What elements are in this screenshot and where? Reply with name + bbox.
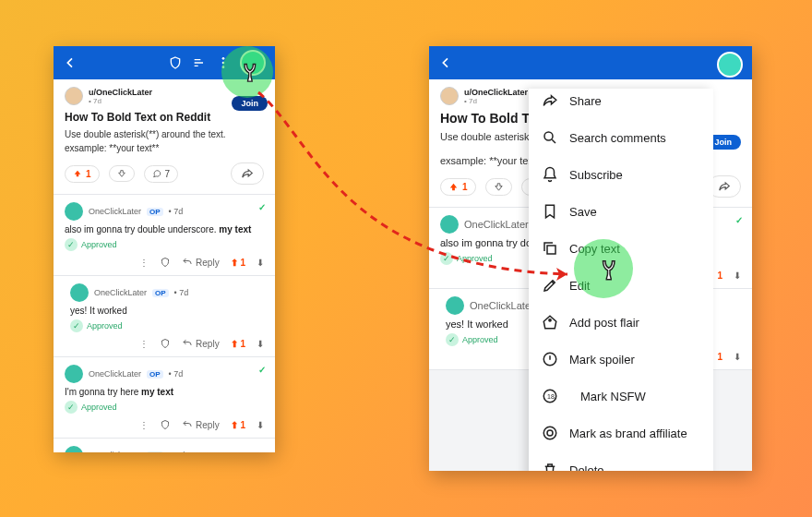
app-bar (429, 46, 752, 79)
menu-edit[interactable]: Edit (529, 267, 713, 304)
comment-upvote[interactable]: ⬆ 1 (231, 258, 245, 268)
reply-button[interactable]: Reply (182, 257, 220, 268)
post-title: How To Bold Text on Reddit (65, 111, 264, 124)
menu-subscribe[interactable]: Subscribe (529, 156, 713, 193)
app-bar (54, 46, 275, 79)
comments-count[interactable]: 7 (144, 165, 179, 183)
comment-more-icon[interactable]: ⋮ (139, 258, 149, 268)
comment-downvote[interactable]: ⬇ (734, 271, 741, 281)
mod-icon[interactable] (160, 257, 171, 268)
menu-save[interactable]: Save (529, 193, 713, 230)
svg-point-5 (549, 319, 551, 321)
back-icon[interactable] (438, 55, 453, 70)
checkmark-icon: ✓ (735, 215, 743, 225)
downvote-button[interactable] (485, 178, 512, 196)
checkmark-icon: ✓ (258, 202, 266, 212)
menu-delete[interactable]: Delete (529, 451, 713, 471)
account-avatar-icon[interactable] (717, 52, 743, 78)
comment-upvote[interactable]: 1 (717, 271, 722, 281)
author-avatar-icon (65, 87, 83, 105)
sort-icon[interactable] (192, 55, 207, 70)
svg-point-8 (543, 427, 556, 439)
svg-point-0 (222, 57, 225, 60)
checkmark-icon: ✓ (258, 365, 266, 375)
upvote-button[interactable]: 1 (440, 178, 476, 196)
comment-upvote[interactable]: 1 (717, 352, 722, 362)
back-icon[interactable] (63, 55, 78, 70)
menu-flair[interactable]: Add post flair (529, 304, 713, 341)
menu-search[interactable]: Search comments (529, 119, 713, 156)
svg-rect-4 (547, 246, 555, 254)
post-body-2: exsample: **your text** (65, 143, 264, 153)
comment-2: OneClickLaterOP• 7d yes! It worked ✓Appr… (54, 276, 275, 357)
post-age: • 7d (464, 97, 528, 105)
svg-point-9 (547, 430, 553, 436)
svg-point-1 (222, 62, 225, 65)
join-button[interactable]: Join (232, 96, 268, 111)
account-avatar-icon[interactable] (240, 50, 266, 76)
menu-copy[interactable]: Copy text (529, 230, 713, 267)
comment-3: ✓ OneClickLaterOP• 7d I'm gonna try here… (54, 357, 275, 439)
author-name[interactable]: u/OneClickLater (464, 88, 528, 97)
menu-spoiler[interactable]: Mark spoiler (529, 341, 713, 378)
author-avatar-icon (440, 87, 459, 105)
svg-point-3 (544, 132, 553, 140)
share-button[interactable] (231, 162, 264, 185)
post-age: • 7d (89, 97, 152, 105)
post-body-1: Use double asterisk(**) around the text. (65, 129, 264, 139)
svg-point-2 (222, 66, 225, 68)
comment-4: OneClickLaterOP• 16h test>> (54, 439, 275, 452)
menu-share[interactable]: Share (529, 89, 713, 119)
comment-downvote[interactable]: ⬇ (734, 352, 741, 362)
comment-1: ✓ OneClickLaterOP• 7d also im gonna try … (54, 195, 275, 276)
post-actions-menu: Share Search comments Subscribe Save Cop… (529, 89, 713, 471)
menu-brand[interactable]: Mark as brand affiliate (529, 415, 713, 451)
phone-left: Join u/OneClickLater • 7d How To Bold Te… (54, 46, 275, 452)
upvote-button[interactable]: 1 (65, 165, 100, 183)
comment-avatar-icon (65, 202, 83, 221)
author-name[interactable]: u/OneClickLater (89, 88, 152, 97)
more-icon[interactable] (216, 55, 231, 70)
downvote-button[interactable] (109, 165, 135, 182)
shield-icon[interactable] (168, 55, 183, 70)
comment-downvote[interactable]: ⬇ (257, 258, 264, 268)
menu-nsfw[interactable]: 18Mark NSFW (529, 378, 713, 415)
phone-right: Join u/OneClickLater • 7d How To Bold Te… (429, 46, 752, 471)
comment-avatar-icon (70, 283, 89, 302)
